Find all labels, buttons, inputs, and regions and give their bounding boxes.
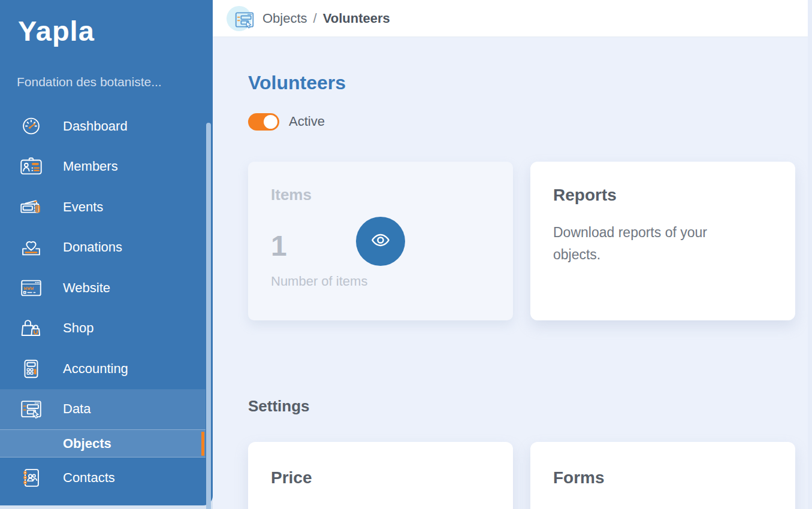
organization-name: Fondation des botaniste...	[17, 75, 213, 89]
toggle-knob	[264, 115, 277, 129]
object-window-icon	[227, 4, 258, 33]
dashboard-icon	[18, 114, 44, 139]
shop-icon	[18, 316, 44, 341]
accounting-icon	[18, 356, 44, 381]
items-caption: Number of items	[271, 274, 490, 289]
forms-card-title: Forms	[553, 468, 772, 487]
sidebar-subitem-label: Objects	[63, 436, 111, 452]
settings-cards: Price Forms	[248, 442, 795, 509]
members-icon	[18, 154, 44, 179]
sidebar-item-dashboard[interactable]: Dashboard	[0, 106, 206, 147]
reports-card-description: Download reports of your objects.	[553, 222, 751, 266]
items-card: Items 1 Number of items	[248, 162, 513, 320]
sidebar-item-shop[interactable]: Shop	[0, 308, 206, 349]
forms-card[interactable]: Forms	[530, 442, 795, 509]
settings-heading: Settings	[248, 397, 795, 416]
sidebar-item-members[interactable]: Members	[0, 147, 206, 187]
reports-card[interactable]: Reports Download reports of your objects…	[530, 162, 795, 320]
donations-icon	[18, 235, 44, 260]
svg-text:www: www	[24, 286, 34, 292]
sidebar-item-label: Members	[63, 159, 118, 174]
items-card-title: Items	[271, 186, 490, 204]
page-title: Volunteers	[248, 72, 795, 94]
sidebar-item-label: Website	[63, 280, 110, 296]
breadcrumb-current: Volunteers	[323, 11, 390, 26]
active-toggle[interactable]	[248, 113, 279, 131]
sidebar-item-label: Data	[63, 401, 90, 417]
sidebar-item-label: Shop	[63, 320, 93, 336]
website-icon: www	[18, 275, 44, 301]
sidebar-item-donations[interactable]: Donations	[0, 228, 206, 268]
page-scrollbar-track[interactable]	[808, 0, 812, 509]
price-card-title: Price	[271, 468, 490, 487]
yapla-logo[interactable]: Yapla	[18, 14, 213, 47]
content: Volunteers Active Items 1 Number of item…	[213, 37, 812, 509]
sidebar-item-label: Donations	[63, 240, 122, 255]
sidebar: Yapla Fondation des botaniste... Dashboa…	[0, 0, 213, 509]
sidebar-scrollbar-thumb[interactable]	[206, 123, 211, 509]
breadcrumb-separator: /	[313, 11, 317, 26]
sidebar-item-label: Accounting	[63, 361, 128, 377]
main-area: Objects / Volunteers Volunteers Active I…	[213, 0, 812, 509]
breadcrumb: Objects / Volunteers	[262, 11, 390, 26]
price-card[interactable]: Price	[248, 442, 513, 509]
sidebar-item-label: Events	[63, 199, 103, 215]
reports-card-title: Reports	[553, 186, 772, 205]
sidebar-bottom-strip	[0, 505, 213, 509]
sidebar-item-data[interactable]: Data	[0, 389, 206, 430]
sidebar-item-website[interactable]: www Website	[0, 268, 206, 308]
active-indicator-bar	[201, 432, 204, 456]
sidebar-item-events[interactable]: Events	[0, 187, 206, 228]
sidebar-item-label: Contacts	[63, 470, 115, 486]
contacts-icon	[18, 465, 44, 490]
sidebar-subitem-objects[interactable]: Objects	[0, 429, 206, 458]
data-icon	[18, 396, 44, 422]
sidebar-menu: Dashboard Members	[0, 106, 213, 498]
topbar: Objects / Volunteers	[213, 0, 812, 37]
yapla-app: Yapla Fondation des botaniste... Dashboa…	[0, 0, 812, 509]
toggle-label: Active	[289, 114, 325, 129]
sidebar-item-accounting[interactable]: Accounting	[0, 349, 206, 389]
sidebar-item-label: Dashboard	[63, 119, 128, 134]
active-toggle-row: Active	[248, 113, 795, 131]
summary-cards: Items 1 Number of items Reports	[248, 162, 795, 320]
events-icon	[18, 195, 44, 220]
eye-icon	[367, 226, 394, 256]
breadcrumb-section[interactable]: Objects	[262, 11, 307, 26]
view-items-button[interactable]	[356, 217, 405, 266]
sidebar-item-contacts[interactable]: Contacts	[0, 458, 206, 498]
